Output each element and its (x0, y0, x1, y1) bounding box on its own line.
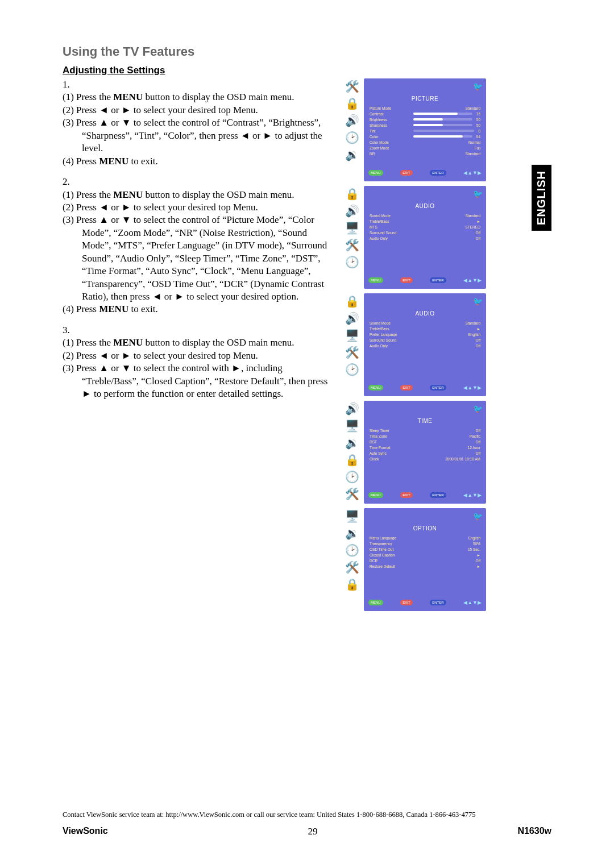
osd-row-label: Sleep Timer (370, 429, 409, 433)
step-number: 3. (63, 324, 330, 337)
osd-title: PICTURE (364, 78, 486, 105)
instruction-step: 1.(1) Press the MENU button to display t… (63, 78, 330, 168)
osd-row-value: Full (475, 146, 480, 150)
osd-row-label: Prefer Language (370, 333, 409, 337)
speaker-icon: 🔊 (344, 204, 360, 218)
osd-row-value: 84 (476, 135, 480, 139)
osd-iconstrip: 🔒🔊🖥️🛠️🕑 (340, 293, 364, 376)
language-tab: ENGLISH (532, 165, 551, 231)
footer-page-number: 29 (308, 826, 318, 837)
osd-iconstrip: 🔊🖥️🔉🔒🕑🛠️ (340, 401, 364, 501)
step-substep: (4) Press MENU to exit. (63, 155, 330, 168)
osd-panel: 🔊🖥️🔉🔒🕑🛠️🐦TIMESleep TimerOffTime ZonePaci… (340, 401, 488, 504)
subsection-title: Adjusting the Settings (63, 65, 551, 76)
osd-footer: MENUEXITENTER◀▲▼▶ (364, 168, 486, 178)
dpad-icon: ◀▲▼▶ (463, 600, 482, 605)
osd-footer: MENUEXITENTER◀▲▼▶ (364, 490, 486, 500)
osd-row: DCROff (370, 558, 480, 563)
lock-icon: 🔒 (344, 453, 360, 467)
clock-icon: 🕑 (344, 131, 360, 144)
lock-icon: 🔒 (344, 294, 360, 308)
osd-enter-button: ENTER (430, 277, 446, 283)
osd-exit-button: EXIT (400, 492, 412, 498)
osd-rows: Sound ModeStandardTreble/Bass►Prefer Lan… (364, 320, 486, 348)
osd-enter-button: ENTER (430, 385, 446, 391)
osd-row-value: 12-hour (468, 446, 480, 450)
osd-row: Zoom ModeFull (370, 145, 480, 151)
osd-card: 🐦TIMESleep TimerOffTime ZonePacificDSTOf… (364, 401, 486, 504)
osd-exit-button: EXIT (400, 600, 412, 605)
osd-row-label: DCR (370, 559, 409, 563)
osd-row-value: Standard (466, 321, 480, 325)
osd-row: MTSSTEREO (370, 224, 480, 230)
osd-row: Brightness50 (370, 117, 480, 122)
osd-panel: 🛠️🔒🔊🕑🔉🐦PICTUREPicture ModeStandardContra… (340, 78, 488, 181)
clock-icon: 🕑 (344, 363, 360, 376)
osd-row: NRStandard (370, 151, 480, 156)
osd-row-value: Off (475, 338, 480, 342)
step-substep: (1) Press the MENU button to display the… (63, 91, 330, 103)
osd-row-value: ► (477, 327, 480, 331)
osd-row-label: Treble/Bass (370, 327, 409, 331)
osd-row-label: Menu Language (370, 536, 409, 540)
osd-rows: Sound ModeStandardTreble/Bass►MTSSTEREOS… (364, 213, 486, 241)
osd-row: Time Format12-hour (370, 445, 480, 450)
osd-row-value: Pacific (470, 434, 480, 438)
speaker2-icon: 🔉 (344, 148, 360, 161)
osd-row: Color ModeNormal (370, 139, 480, 145)
osd-row-value: Off (475, 344, 480, 348)
footer-model: N1630w (517, 826, 551, 837)
osd-row-value: Off (475, 559, 480, 563)
step-substep: (2) Press ◄ or ► to select your desired … (63, 104, 330, 117)
osd-row-label: Closed Caption (370, 553, 409, 557)
osd-row-label: Restore Default (370, 564, 409, 568)
osd-card: 🐦OPTIONMenu LanguageEnglishTransparency5… (364, 508, 486, 611)
step-substep: (1) Press the MENU button to display the… (63, 189, 330, 201)
osd-row-value: ► (477, 564, 480, 568)
osd-rows: Menu LanguageEnglishTransparency50%OSD T… (364, 535, 486, 569)
osd-iconstrip: 🔒🔊🖥️🛠️🕑 (340, 186, 364, 269)
osd-row-label: DST (370, 440, 409, 444)
osd-row: Treble/Bass► (370, 326, 480, 331)
wrench-icon: 🛠️ (344, 80, 360, 93)
osd-footer: MENUEXITENTER◀▲▼▶ (364, 597, 486, 608)
speaker-icon: 🔊 (344, 312, 360, 325)
osd-panel: 🔒🔊🖥️🛠️🕑🐦AUDIOSound ModeStandardTreble/Ba… (340, 293, 488, 396)
osd-row: Sleep TimerOff (370, 427, 480, 433)
osd-row-value: English (468, 333, 480, 337)
osd-row-label: Sharpness (370, 123, 409, 127)
step-substep: (2) Press ◄ or ► to select your desired … (63, 201, 330, 214)
osd-row: DSTOff (370, 439, 480, 445)
wrench-icon: 🛠️ (344, 238, 360, 252)
lock-icon: 🔒 (344, 97, 360, 110)
birds-icon: 🐦 (473, 297, 483, 306)
footer-contact-line: Contact ViewSonic service team at: http:… (63, 811, 551, 819)
speaker-icon: 🔊 (344, 114, 360, 127)
osd-screenshots-column: 🛠️🔒🔊🕑🔉🐦PICTUREPicture ModeStandardContra… (340, 78, 488, 611)
osd-row: OSD Time Out15 Sec. (370, 546, 480, 552)
osd-row-value: Off (475, 440, 480, 444)
tv-icon: 🖥️ (344, 329, 360, 342)
osd-row-label: Sound Mode (370, 321, 409, 325)
step-substep: (2) Press ◄ or ► to select your desired … (63, 350, 330, 362)
osd-row-label: Color Mode (370, 140, 409, 144)
tv-icon: 🖥️ (344, 419, 360, 433)
osd-slider (413, 118, 472, 121)
step-substep: (1) Press the MENU button to display the… (63, 337, 330, 349)
osd-row-label: Time Format (370, 446, 409, 450)
step-substep: (3) Press ▲ or ▼ to select the control o… (63, 117, 330, 155)
step-number: 2. (63, 176, 330, 188)
osd-row: Audio OnlyOff (370, 235, 480, 241)
osd-rows: Sleep TimerOffTime ZonePacificDSTOffTime… (364, 427, 486, 462)
osd-row-label: MTS (370, 225, 409, 229)
osd-row-value: English (468, 536, 480, 540)
osd-row-label: Tint (370, 129, 409, 133)
osd-row-value: 75 (476, 112, 480, 116)
osd-row: Menu LanguageEnglish (370, 535, 480, 541)
tv-icon: 🖥️ (344, 509, 360, 523)
osd-row: Picture ModeStandard (370, 105, 480, 111)
osd-row-value: 50% (473, 542, 480, 546)
osd-row-label: Treble/Bass (370, 219, 409, 223)
osd-rows: Picture ModeStandardContrast75Brightness… (364, 105, 486, 156)
osd-row: Restore Default► (370, 563, 480, 569)
